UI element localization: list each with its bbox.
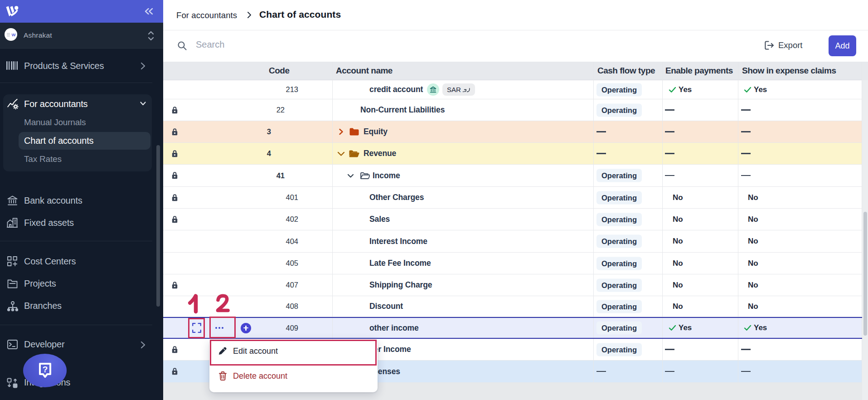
svg-text:?: ?: [43, 365, 48, 374]
